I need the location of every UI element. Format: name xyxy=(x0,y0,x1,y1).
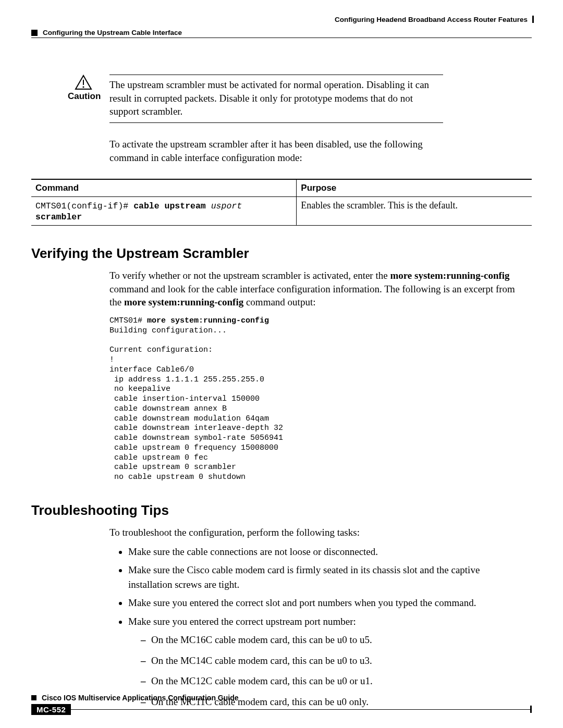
book-title: Cisco IOS Multiservice Applications Conf… xyxy=(42,694,239,702)
sub-list-item: On the MC14C cable modem card, this can … xyxy=(141,653,524,668)
cell-purpose: Enables the scrambler. This is the defau… xyxy=(297,197,532,226)
cmd-arg: usport xyxy=(211,201,242,211)
bullet-square-icon xyxy=(31,30,38,36)
troubleshoot-list: Make sure the cable connections are not … xyxy=(109,545,524,709)
troubleshoot-intro: To troubleshoot the configuration, perfo… xyxy=(109,526,521,539)
list-item-text: Make sure you entered the correct upstre… xyxy=(128,616,356,627)
running-head: Configuring Headend Broadband Access Rou… xyxy=(31,16,532,23)
page: Configuring Headend Broadband Access Rou… xyxy=(0,0,563,728)
cmd-bold1: cable upstream xyxy=(133,201,206,211)
list-item: Make sure the cable connections are not … xyxy=(128,545,524,559)
cmd-prompt: CMTS01(config-if)# xyxy=(35,201,133,211)
para-bold1: more system:running-config xyxy=(390,270,509,281)
list-item: Make sure the Cisco cable modem card is … xyxy=(128,563,524,591)
bullet-square-icon xyxy=(31,695,36,700)
heading-verifying: Verifying the Upstream Scrambler xyxy=(31,245,532,262)
footer-top-row: Cisco IOS Multiservice Applications Conf… xyxy=(31,694,532,702)
footer-crop-mark-icon xyxy=(530,706,532,713)
caution-left: Caution xyxy=(68,75,99,102)
para-seg3: command output: xyxy=(243,297,315,307)
warning-triangle-icon xyxy=(75,75,92,90)
col-purpose: Purpose xyxy=(297,179,532,197)
page-footer: Cisco IOS Multiservice Applications Conf… xyxy=(31,694,532,715)
sub-list-item: On the MC12C cable modem card, this can … xyxy=(141,674,524,688)
para-seg1: To verify whether or not the upstream sc… xyxy=(109,270,390,281)
table-row: CMTS01(config-if)# cable upstream usport… xyxy=(31,197,532,226)
footer-rule xyxy=(31,709,532,710)
command-table: Command Purpose CMTS01(config-if)# cable… xyxy=(31,179,532,226)
sub-list-item: On the MC16C cable modem card, this can … xyxy=(141,633,524,647)
caution-text: The upstream scrambler must be activated… xyxy=(109,75,443,123)
list-item: Make sure you entered the correct slot a… xyxy=(128,596,524,610)
intro-paragraph: To activate the upstream scrambler after… xyxy=(109,138,443,164)
cmd-bold2: scrambler xyxy=(35,212,82,222)
header-rule xyxy=(31,38,532,38)
caution-text-wrap: The upstream scrambler must be activated… xyxy=(109,75,443,164)
config-body: Building configuration... Current config… xyxy=(109,326,283,482)
section-path: Configuring the Upstream Cable Interface xyxy=(31,29,532,36)
config-cmd: more system:running-config xyxy=(147,316,269,325)
svg-point-2 xyxy=(82,86,84,88)
caution-block: Caution The upstream scrambler must be a… xyxy=(68,75,443,164)
config-output: CMTS01# more system:running-config Build… xyxy=(109,316,532,483)
page-number-badge: MC-552 xyxy=(31,704,71,715)
heading-troubleshooting: Troubleshooting Tips xyxy=(31,502,532,519)
config-prompt: CMTS01# xyxy=(109,316,147,325)
verify-paragraph: To verify whether or not the upstream sc… xyxy=(109,269,521,309)
section-name: Configuring the Upstream Cable Interface xyxy=(43,29,182,36)
chapter-title: Configuring Headend Broadband Access Rou… xyxy=(335,16,528,23)
footer-bottom-row: MC-552 xyxy=(31,704,532,715)
para-bold2: more system:running-config xyxy=(124,297,243,307)
cell-command: CMTS01(config-if)# cable upstream usport… xyxy=(31,197,297,226)
table-header-row: Command Purpose xyxy=(31,179,532,197)
col-command: Command xyxy=(31,179,297,197)
caution-label: Caution xyxy=(68,91,101,101)
